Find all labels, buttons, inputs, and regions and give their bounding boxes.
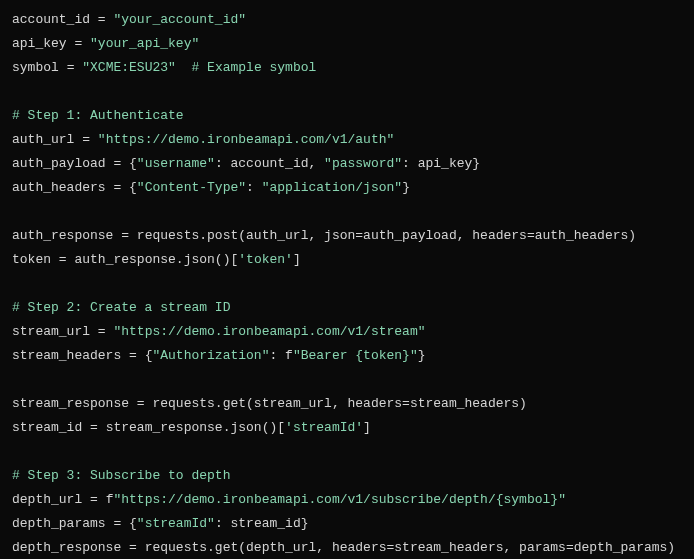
code-line: [12, 440, 682, 464]
token-variable: {: [137, 348, 153, 363]
token-operator: =: [98, 12, 106, 27]
token-string: "application/json": [262, 180, 402, 195]
token-variable: ]: [363, 420, 371, 435]
code-line: auth_url = "https://demo.ironbeamapi.com…: [12, 128, 682, 152]
token-variable: depth_params: [12, 516, 106, 531]
token-string: "https://demo.ironbeamapi.com/v1/subscri…: [113, 492, 565, 507]
token-variable: [51, 252, 59, 267]
code-line: depth_response = requests.get(depth_url,…: [12, 536, 682, 559]
token-string: "your_account_id": [113, 12, 246, 27]
code-line: api_key = "your_api_key": [12, 32, 682, 56]
token-variable: [59, 60, 67, 75]
token-operator: =: [90, 420, 98, 435]
token-operator: =: [59, 252, 67, 267]
token-variable: [82, 420, 90, 435]
token-variable: stream_response: [12, 396, 129, 411]
code-line: depth_params = {"streamId": stream_id}: [12, 512, 682, 536]
token-variable: [90, 324, 98, 339]
token-variable: ]: [293, 252, 301, 267]
token-variable: : f: [269, 348, 292, 363]
token-operator: =: [137, 396, 145, 411]
token-variable: : api_key}: [402, 156, 480, 171]
token-variable: : stream_id}: [215, 516, 309, 531]
code-line: [12, 272, 682, 296]
code-line: [12, 200, 682, 224]
token-variable: [176, 60, 192, 75]
token-operator: =: [129, 348, 137, 363]
token-variable: stream_headers: [12, 348, 121, 363]
token-comment: # Step 3: Subscribe to depth: [12, 468, 230, 483]
token-variable: [90, 132, 98, 147]
token-variable: [90, 12, 98, 27]
token-comment: # Step 2: Create a stream ID: [12, 300, 230, 315]
token-variable: :: [246, 180, 262, 195]
token-variable: requests.post(auth_url, json=auth_payloa…: [129, 228, 636, 243]
code-line: stream_url = "https://demo.ironbeamapi.c…: [12, 320, 682, 344]
token-operator: =: [90, 492, 98, 507]
token-string: "Bearer {token}": [293, 348, 418, 363]
token-variable: account_id: [12, 12, 90, 27]
token-variable: }: [418, 348, 426, 363]
token-variable: auth_payload: [12, 156, 106, 171]
token-variable: [82, 492, 90, 507]
code-line: [12, 368, 682, 392]
code-line: stream_id = stream_response.json()['stre…: [12, 416, 682, 440]
token-variable: stream_url: [12, 324, 90, 339]
code-line: symbol = "XCME:ESU23" # Example symbol: [12, 56, 682, 80]
token-variable: [121, 348, 129, 363]
code-line: stream_headers = {"Authorization": f"Bea…: [12, 344, 682, 368]
token-string: "https://demo.ironbeamapi.com/v1/auth": [98, 132, 394, 147]
token-string: "streamId": [137, 516, 215, 531]
token-string: "Authorization": [152, 348, 269, 363]
token-variable: auth_headers: [12, 180, 106, 195]
token-variable: f: [98, 492, 114, 507]
token-variable: auth_response: [12, 228, 113, 243]
token-operator: =: [129, 540, 137, 555]
token-variable: stream_response.json()[: [98, 420, 285, 435]
token-variable: auth_url: [12, 132, 74, 147]
token-string: "https://demo.ironbeamapi.com/v1/stream": [113, 324, 425, 339]
token-variable: {: [121, 156, 137, 171]
token-variable: {: [121, 516, 137, 531]
token-string: "Content-Type": [137, 180, 246, 195]
token-variable: [129, 396, 137, 411]
code-line: auth_payload = {"username": account_id, …: [12, 152, 682, 176]
token-variable: api_key: [12, 36, 67, 51]
token-variable: [82, 36, 90, 51]
token-comment: # Step 1: Authenticate: [12, 108, 184, 123]
token-variable: depth_response: [12, 540, 121, 555]
code-line: auth_headers = {"Content-Type": "applica…: [12, 176, 682, 200]
token-string: "XCME:ESU23": [82, 60, 176, 75]
code-block: account_id = "your_account_id"api_key = …: [12, 8, 682, 559]
code-line: depth_url = f"https://demo.ironbeamapi.c…: [12, 488, 682, 512]
token-variable: requests.get(depth_url, headers=stream_h…: [137, 540, 675, 555]
token-variable: : account_id,: [215, 156, 324, 171]
token-variable: token: [12, 252, 51, 267]
token-variable: [121, 540, 129, 555]
token-operator: =: [98, 324, 106, 339]
token-string: "password": [324, 156, 402, 171]
token-variable: requests.get(stream_url, headers=stream_…: [145, 396, 527, 411]
token-operator: =: [121, 228, 129, 243]
token-variable: }: [402, 180, 410, 195]
token-variable: {: [121, 180, 137, 195]
token-variable: depth_url: [12, 492, 82, 507]
token-string: "username": [137, 156, 215, 171]
code-line: # Step 3: Subscribe to depth: [12, 464, 682, 488]
token-variable: stream_id: [12, 420, 82, 435]
token-comment: # Example symbol: [191, 60, 316, 75]
token-operator: =: [82, 132, 90, 147]
token-variable: auth_response.json()[: [67, 252, 239, 267]
code-line: auth_response = requests.post(auth_url, …: [12, 224, 682, 248]
token-variable: symbol: [12, 60, 59, 75]
code-line: [12, 80, 682, 104]
code-line: stream_response = requests.get(stream_ur…: [12, 392, 682, 416]
code-line: token = auth_response.json()['token']: [12, 248, 682, 272]
token-string: 'streamId': [285, 420, 363, 435]
token-string: "your_api_key": [90, 36, 199, 51]
token-string: 'token': [238, 252, 293, 267]
code-line: account_id = "your_account_id": [12, 8, 682, 32]
code-line: # Step 1: Authenticate: [12, 104, 682, 128]
code-line: # Step 2: Create a stream ID: [12, 296, 682, 320]
